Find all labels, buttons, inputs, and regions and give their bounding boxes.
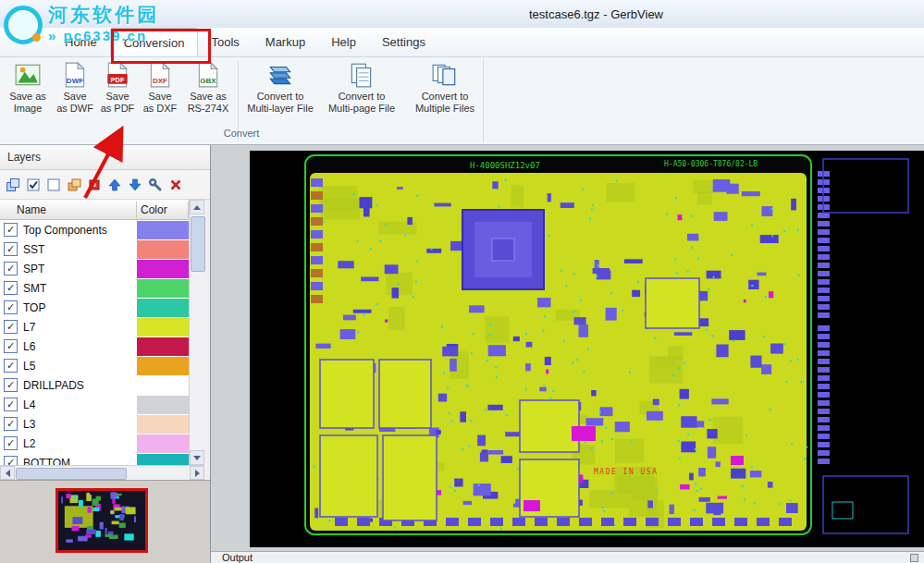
layer-color-swatch[interactable] bbox=[137, 376, 189, 395]
layer-row[interactable]: ✓SMT bbox=[0, 278, 189, 298]
output-panel-title: Output bbox=[222, 552, 253, 563]
layer-color-swatch[interactable] bbox=[137, 318, 189, 337]
layer-color-swatch[interactable] bbox=[137, 396, 189, 414]
save-as-rs274x-button[interactable]: GBX Save as RS-274X bbox=[181, 59, 235, 128]
convert-to-multilayer-button[interactable]: Convert to Multi-layer File bbox=[241, 59, 319, 128]
remove-layer-button[interactable] bbox=[166, 176, 185, 194]
tab-help[interactable]: Help bbox=[318, 28, 369, 56]
layer-color-swatch[interactable] bbox=[137, 415, 189, 434]
layers-horizontal-scrollbar[interactable] bbox=[0, 465, 204, 480]
layer-color-swatch[interactable] bbox=[137, 299, 189, 317]
convert-to-multiple-files-button[interactable]: Convert to Multiple Files bbox=[404, 59, 486, 128]
save-as-pdf-button[interactable]: PDF Save as PDF bbox=[96, 59, 139, 128]
save-as-dwf-button[interactable]: DWF Save as DWF bbox=[54, 59, 96, 128]
layer-color-swatch[interactable] bbox=[137, 434, 189, 453]
layer-visibility-checkbox[interactable]: ✓ bbox=[4, 456, 18, 465]
button-label-line2: Multi-page File bbox=[328, 103, 395, 115]
save-as-image-button[interactable]: Save as Image bbox=[2, 59, 54, 128]
layer-row[interactable]: ✓L5 bbox=[0, 356, 189, 375]
output-pin-icon[interactable] bbox=[910, 554, 918, 562]
layer-rows: ✓Top Components✓SST✓SPT✓SMT✓TOP✓L7✓L6✓L5… bbox=[0, 220, 189, 465]
layer-visibility-checkbox[interactable]: ✓ bbox=[4, 262, 18, 275]
layers-table-header: Name Color bbox=[0, 200, 204, 220]
layer-row[interactable]: ✓SST bbox=[0, 239, 189, 259]
layer-color-swatch[interactable] bbox=[137, 357, 189, 375]
layer-row[interactable]: ✓SPT bbox=[0, 259, 189, 278]
button-label-line1: Save bbox=[63, 91, 86, 103]
uncheck-all-button[interactable] bbox=[44, 176, 63, 194]
layer-row[interactable]: ✓L6 bbox=[0, 337, 189, 356]
delete-x-icon bbox=[168, 177, 183, 192]
layer-settings-button[interactable] bbox=[146, 176, 165, 194]
scroll-right-button[interactable] bbox=[190, 466, 204, 480]
merge-layers-button[interactable] bbox=[65, 176, 83, 194]
layer-row[interactable]: ✓DRILLPADS bbox=[0, 375, 189, 395]
layer-color-swatch[interactable] bbox=[137, 221, 189, 239]
column-divider[interactable] bbox=[136, 202, 137, 218]
layer-visibility-checkbox[interactable]: ✓ bbox=[4, 281, 18, 295]
layer-name: SPT bbox=[23, 263, 137, 275]
layer-row[interactable]: ✓TOP bbox=[0, 298, 189, 317]
scroll-down-button[interactable] bbox=[190, 450, 204, 465]
button-label-line1: Save bbox=[105, 91, 129, 103]
tab-markup[interactable]: Markup bbox=[253, 28, 318, 56]
scroll-up-button[interactable] bbox=[190, 200, 204, 214]
dwf-file-icon: DWF bbox=[61, 61, 89, 89]
gerbview-window: testcase6.tgz - GerbView 河东软件园 » pc6339.… bbox=[0, 0, 924, 563]
down-arrow-icon bbox=[193, 456, 201, 460]
button-label-line2: RS-274X bbox=[188, 103, 229, 115]
viewer-area: H-4000SHZ12v07 H-A50-0306-T876/02-LB bbox=[211, 145, 924, 551]
layer-visibility-checkbox[interactable]: ✓ bbox=[4, 378, 18, 392]
viewer-canvas[interactable]: H-4000SHZ12v07 H-A50-0306-T876/02-LB bbox=[250, 151, 924, 547]
move-layer-down-button[interactable] bbox=[126, 176, 144, 194]
layer-name: Top Components bbox=[23, 224, 137, 237]
horizontal-scroll-thumb[interactable] bbox=[16, 468, 127, 480]
save-as-dxf-button[interactable]: DXF Save as DXF bbox=[139, 59, 181, 128]
layer-color-swatch[interactable] bbox=[137, 454, 189, 466]
vertical-scroll-thumb[interactable] bbox=[191, 216, 205, 272]
layer-color-swatch[interactable] bbox=[137, 260, 189, 278]
layer-name: L5 bbox=[23, 360, 137, 373]
layer-visibility-checkbox[interactable]: ✓ bbox=[4, 320, 18, 334]
layer-row[interactable]: ✓L2 bbox=[0, 434, 189, 453]
pdf-file-icon: PDF bbox=[104, 61, 131, 89]
ribbon: Save as Image DWF Save as DWF PDF bbox=[0, 57, 924, 145]
move-layer-up-button[interactable] bbox=[105, 176, 124, 194]
layer-row[interactable]: ✓L7 bbox=[0, 317, 189, 337]
column-header-color: Color bbox=[141, 203, 167, 216]
layer-visibility-checkbox[interactable]: ✓ bbox=[4, 398, 18, 411]
button-label-line2: Image bbox=[14, 103, 43, 115]
layer-visibility-checkbox[interactable]: ✓ bbox=[4, 339, 18, 353]
check-all-button[interactable] bbox=[24, 176, 43, 194]
layer-color-swatch[interactable] bbox=[137, 279, 189, 298]
overview-panel bbox=[0, 480, 210, 563]
layer-visibility-checkbox[interactable]: ✓ bbox=[4, 300, 18, 314]
button-label-line2: as DWF bbox=[56, 103, 93, 115]
layer-name: TOP bbox=[23, 301, 137, 314]
layer-row[interactable]: ✓L4 bbox=[0, 395, 189, 414]
output-panel-bar: Output bbox=[211, 551, 924, 563]
layer-color-swatch[interactable] bbox=[137, 240, 189, 259]
annotation-highlight-box bbox=[111, 29, 211, 64]
button-label-line1: Convert to bbox=[339, 91, 386, 103]
layers-vertical-scrollbar[interactable] bbox=[189, 200, 204, 465]
layer-row[interactable]: ✓Top Components bbox=[0, 220, 189, 239]
tab-settings[interactable]: Settings bbox=[369, 28, 438, 56]
layer-visibility-checkbox[interactable]: ✓ bbox=[4, 436, 18, 450]
wrench-icon bbox=[148, 177, 163, 192]
select-layers-button[interactable] bbox=[4, 176, 22, 194]
pcb-render[interactable]: H-4000SHZ12v07 H-A50-0306-T876/02-LB bbox=[250, 151, 924, 547]
convert-to-multipage-button[interactable]: Convert to Multi-page File bbox=[319, 59, 404, 128]
layer-row[interactable]: ✓BOTTOM bbox=[0, 453, 189, 465]
layer-visibility-checkbox[interactable]: ✓ bbox=[4, 417, 18, 431]
layer-visibility-checkbox[interactable]: ✓ bbox=[4, 359, 18, 373]
layers-toolbar bbox=[0, 170, 210, 200]
layer-color-swatch[interactable] bbox=[137, 337, 189, 356]
scroll-left-button[interactable] bbox=[0, 466, 15, 480]
layer-visibility-checkbox[interactable]: ✓ bbox=[4, 223, 18, 237]
layer-row[interactable]: ✓L3 bbox=[0, 414, 189, 434]
layer-color-button[interactable] bbox=[85, 176, 104, 194]
overview-thumbnail[interactable] bbox=[55, 488, 148, 553]
layer-visibility-checkbox[interactable]: ✓ bbox=[4, 242, 18, 256]
svg-text:GBX: GBX bbox=[200, 77, 216, 85]
